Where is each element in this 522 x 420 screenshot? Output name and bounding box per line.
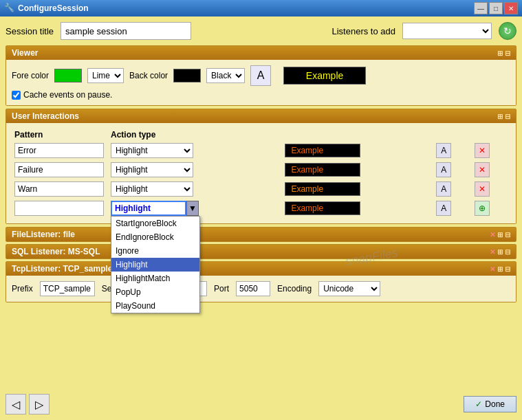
dropdown-item-endignoreblock[interactable]: EndIgnoreBlock bbox=[111, 230, 199, 244]
tcp-listener-section: TcpListener: TCP_sample ✕ ⊞ ⊟ Prefix Sen… bbox=[6, 261, 516, 302]
minimize-button[interactable]: — bbox=[474, 2, 488, 14]
bottom-btn-2[interactable]: ▷ bbox=[29, 394, 50, 415]
encoding-dropdown[interactable]: Unicode bbox=[318, 281, 380, 296]
port-label: Port bbox=[214, 284, 229, 294]
done-button[interactable]: ✓ Done bbox=[464, 396, 516, 412]
highlight-select-display[interactable]: Highlight bbox=[111, 201, 186, 216]
tcp-listener-title: TcpListener: TCP_sample bbox=[12, 264, 112, 274]
ui-title: User Interactions bbox=[12, 111, 79, 121]
tcp-listener-header: TcpListener: TCP_sample ✕ ⊞ ⊟ bbox=[6, 262, 516, 276]
sql-listener-header: SQL Listener: MS-SQL ✕ ⊞ ⊟ bbox=[6, 245, 516, 258]
pattern-input-new[interactable] bbox=[14, 201, 104, 216]
pattern-input-failure[interactable] bbox=[14, 162, 104, 177]
delete-btn-error[interactable]: ✕ bbox=[475, 143, 490, 158]
back-color-box[interactable] bbox=[173, 69, 201, 82]
edit-btn-failure[interactable]: A bbox=[436, 162, 451, 177]
tcp-listener-delete-icon[interactable]: ✕ bbox=[490, 265, 495, 273]
dropdown-arrow[interactable]: ▼ bbox=[186, 201, 199, 216]
col-pattern: Pattern bbox=[12, 129, 108, 141]
viewer-body: Fore color Lime Back color Black A Examp… bbox=[6, 60, 516, 105]
action-dropdown-container-new: Highlight ▼ StartIgnoreBlock EndIgnoreBl… bbox=[111, 201, 199, 216]
file-listener-delete-icon[interactable]: ✕ bbox=[490, 231, 495, 239]
session-title-input[interactable] bbox=[61, 22, 191, 40]
table-row-new: Highlight ▼ StartIgnoreBlock EndIgnoreBl… bbox=[12, 199, 510, 218]
close-button[interactable]: ✕ bbox=[504, 2, 518, 14]
delete-btn-failure[interactable]: ✕ bbox=[475, 162, 490, 177]
ui-icon-1[interactable]: ⊞ bbox=[497, 113, 503, 120]
dropdown-item-highlight[interactable]: Highlight bbox=[111, 258, 199, 272]
listeners-dropdown[interactable] bbox=[402, 23, 492, 39]
port-input[interactable] bbox=[236, 281, 270, 296]
dropdown-item-highlightmatch[interactable]: HighlightMatch bbox=[111, 272, 199, 285]
ui-header: User Interactions ⊞ ⊟ bbox=[6, 109, 516, 123]
edit-btn-error[interactable]: A bbox=[436, 143, 451, 158]
bottom-bar: ◁ ▷ ✓ Done bbox=[6, 394, 516, 415]
encoding-label: Encoding bbox=[277, 284, 312, 294]
ui-table: Pattern Action type Highlight bbox=[12, 129, 510, 218]
sql-listener-section: SQL Listener: MS-SQL ✕ ⊞ ⊟ bbox=[6, 244, 516, 259]
cache-checkbox[interactable] bbox=[12, 91, 21, 100]
back-color-label: Back color bbox=[129, 71, 168, 80]
prefix-label: Prefix bbox=[12, 284, 33, 294]
listeners-to-add-label: Listeners to add bbox=[331, 26, 395, 36]
pattern-input-warn[interactable] bbox=[14, 181, 104, 197]
ui-icon-2[interactable]: ⊟ bbox=[505, 113, 510, 120]
done-checkmark-icon: ✓ bbox=[475, 399, 482, 409]
sql-listener-icon-1[interactable]: ⊞ bbox=[497, 248, 503, 256]
file-listener-header: FileListener: file ✕ ⊞ ⊟ bbox=[6, 228, 516, 241]
ui-body: Pattern Action type Highlight bbox=[6, 123, 516, 223]
sql-listener-title: SQL Listener: MS-SQL bbox=[12, 247, 100, 256]
file-listener-section: FileListener: file ✕ ⊞ ⊟ bbox=[6, 227, 516, 242]
table-row: Highlight Example A ✕ bbox=[12, 179, 510, 199]
viewer-font-button[interactable]: A bbox=[250, 65, 271, 86]
viewer-example: Example bbox=[283, 67, 366, 85]
window-controls: — □ ✕ bbox=[474, 2, 518, 14]
window-content: Session title Listeners to add ↻ Viewer … bbox=[0, 16, 522, 420]
fore-color-box[interactable] bbox=[54, 69, 82, 82]
delete-btn-warn[interactable]: ✕ bbox=[475, 181, 490, 197]
viewer-color-row: Fore color Lime Back color Black A Examp… bbox=[12, 65, 510, 86]
table-row: Highlight Example A ✕ bbox=[12, 141, 510, 160]
file-listener-icon-2[interactable]: ⊟ bbox=[505, 231, 510, 239]
action-dropdown-list: StartIgnoreBlock EndIgnoreBlock Ignore H… bbox=[111, 216, 200, 313]
tcp-listener-icon-2[interactable]: ⊟ bbox=[505, 265, 510, 273]
top-bar: Session title Listeners to add ↻ bbox=[6, 22, 516, 40]
viewer-title: Viewer bbox=[12, 48, 38, 58]
action-dropdown-error[interactable]: Highlight bbox=[111, 143, 193, 158]
edit-btn-new[interactable]: A bbox=[436, 201, 451, 216]
refresh-button[interactable]: ↻ bbox=[499, 22, 516, 40]
tcp-listener-icon-1[interactable]: ⊞ bbox=[497, 265, 503, 273]
viewer-icon-1[interactable]: ⊞ bbox=[497, 49, 503, 57]
file-listener-icon-1[interactable]: ⊞ bbox=[497, 231, 503, 239]
title-bar: 🔧 ConfigureSession — □ ✕ bbox=[0, 0, 522, 16]
cache-row: Cache events on pause. bbox=[12, 90, 510, 100]
viewer-icon-2[interactable]: ⊟ bbox=[505, 49, 510, 57]
dropdown-item-startignoreblock[interactable]: StartIgnoreBlock bbox=[111, 217, 199, 230]
done-label: Done bbox=[485, 399, 505, 409]
fore-color-dropdown[interactable]: Lime bbox=[87, 68, 124, 83]
add-btn-new[interactable]: ⊕ bbox=[475, 201, 490, 216]
example-warn: Example bbox=[285, 182, 360, 196]
table-row: Highlight Example A ✕ bbox=[12, 160, 510, 179]
maximize-button[interactable]: □ bbox=[489, 2, 503, 14]
action-dropdown-failure[interactable]: Highlight bbox=[111, 162, 193, 177]
col-action: Action type bbox=[108, 129, 282, 141]
sql-listener-icon-2[interactable]: ⊟ bbox=[505, 248, 510, 256]
viewer-section: Viewer ⊞ ⊟ Fore color Lime Back color Bl… bbox=[6, 45, 516, 106]
bottom-btn-1[interactable]: ◁ bbox=[6, 394, 26, 415]
dropdown-item-playsound[interactable]: PlaySound bbox=[111, 299, 199, 313]
prefix-input[interactable] bbox=[40, 281, 95, 296]
tcp-listener-body: Prefix Sender IP Port Encoding Unicode bbox=[6, 276, 516, 302]
sql-listener-delete-icon[interactable]: ✕ bbox=[490, 248, 495, 256]
edit-btn-warn[interactable]: A bbox=[436, 181, 451, 197]
action-dropdown-warn[interactable]: Highlight bbox=[111, 181, 193, 197]
example-new: Example bbox=[285, 201, 360, 215]
dropdown-item-popup[interactable]: PopUp bbox=[111, 285, 199, 299]
app-icon: 🔧 bbox=[4, 3, 15, 14]
dropdown-item-ignore[interactable]: Ignore bbox=[111, 244, 199, 258]
pattern-input-error[interactable] bbox=[14, 143, 104, 158]
back-color-dropdown[interactable]: Black bbox=[206, 68, 245, 83]
cache-label: Cache events on pause. bbox=[23, 90, 112, 100]
user-interactions-section: User Interactions ⊞ ⊟ Pattern Action typ… bbox=[6, 109, 516, 224]
file-listener-title: FileListener: file bbox=[12, 230, 75, 239]
